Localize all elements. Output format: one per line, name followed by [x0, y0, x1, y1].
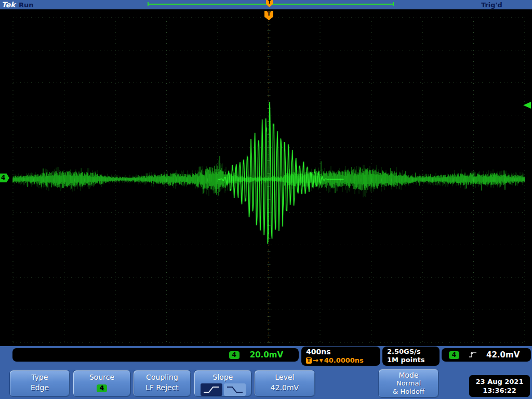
record-view-end-tick — [393, 2, 394, 6]
trigger-badge-icon: T — [306, 357, 312, 364]
button-label: Source — [73, 373, 130, 381]
horizontal-readout: 400ns T → ▼ 40.0000ns — [301, 347, 380, 366]
source-channel-badge: 4 — [97, 384, 107, 392]
button-label: Type — [10, 373, 70, 381]
record-length: 1M points — [387, 356, 440, 364]
channel-scale-value: 20.0mV — [250, 350, 283, 360]
button-value: LF Reject — [134, 383, 191, 392]
sample-rate: 2.50GS/s — [387, 348, 440, 356]
date: 23 Aug 2021 — [469, 377, 530, 386]
acquisition-status: Run — [19, 1, 34, 9]
expansion-point-icon: ▼ — [320, 358, 323, 363]
oscilloscope-screen: Tek Run T Trig'd T 4 4 20.0mV 400ns T → … — [0, 0, 532, 399]
trigger-source-badge: 4 — [449, 351, 459, 359]
button-label: Mode — [379, 371, 438, 379]
trigger-delay-value: 40.0000ns — [324, 356, 364, 364]
timebase-value: 400ns — [306, 348, 380, 356]
button-value: 4 — [73, 383, 130, 392]
trigger-type-button[interactable]: Type Edge — [9, 370, 70, 397]
time: 13:36:22 — [469, 386, 530, 395]
button-value: Edge — [10, 383, 70, 392]
button-value: 42.0mV — [255, 383, 315, 392]
falling-slope-option[interactable] — [224, 383, 246, 396]
rising-slope-option[interactable] — [201, 383, 222, 396]
trigger-delay-row: T → ▼ 40.0000ns — [306, 356, 380, 364]
tek-logo: Tek — [2, 1, 16, 9]
button-label: Level — [255, 373, 315, 381]
slope-options — [194, 383, 251, 396]
record-view-trigger-marker[interactable]: T — [266, 0, 273, 7]
record-view-start-tick — [148, 2, 149, 6]
trigger-source-button[interactable]: Source 4 — [73, 370, 131, 397]
waveform-display — [0, 9, 532, 346]
rising-edge-icon — [202, 384, 221, 395]
arrow-icon: → — [313, 356, 318, 364]
button-label: Slope — [194, 373, 251, 381]
channel-scale-readout: 4 20.0mV — [12, 348, 299, 362]
rising-edge-icon — [469, 351, 477, 358]
datetime-display: 23 Aug 2021 13:36:22 — [469, 375, 530, 397]
acquisition-readout: 2.50GS/s 1M points — [382, 347, 440, 366]
trigger-level-button[interactable]: Level 42.0mV — [254, 370, 315, 397]
trigger-level-value: 42.0mV — [486, 350, 520, 360]
trigger-status: Trig'd — [481, 1, 502, 9]
trigger-coupling-button[interactable]: Coupling LF Reject — [133, 370, 191, 397]
trigger-slope-button[interactable]: Slope — [194, 370, 252, 397]
channel-4-badge: 4 — [229, 351, 240, 359]
top-status-bar: Tek Run T Trig'd — [0, 0, 532, 9]
button-label: Coupling — [134, 373, 191, 381]
button-value2: & Holdoff — [379, 388, 438, 396]
button-value: Normal — [379, 379, 438, 388]
trigger-mode-button[interactable]: Mode Normal & Holdoff — [378, 369, 439, 398]
falling-edge-icon — [225, 384, 244, 395]
trigger-readout: 4 42.0mV — [442, 348, 531, 362]
